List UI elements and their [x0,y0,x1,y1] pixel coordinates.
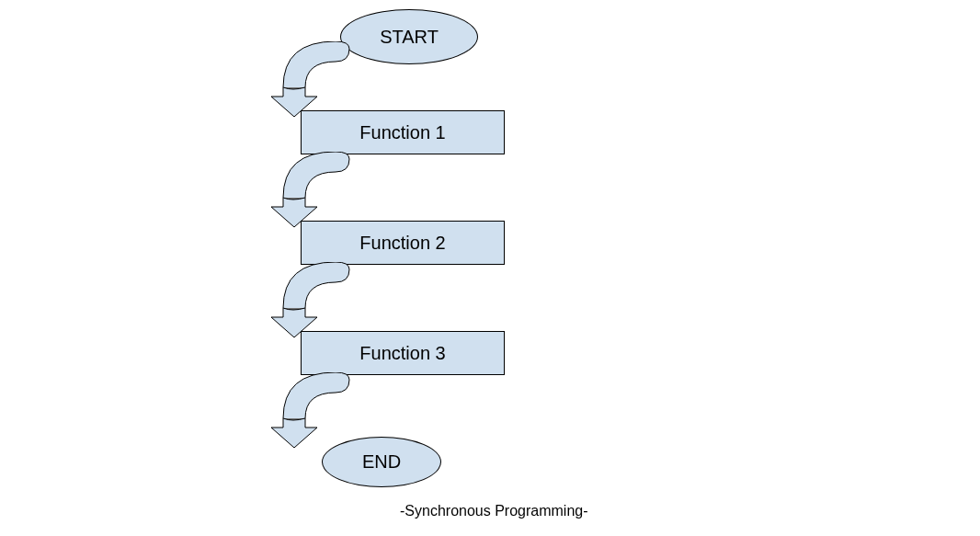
flowchart-diagram: START Function 1 Function 2 Function 3 E… [0,0,980,536]
function-3-node: Function 3 [301,331,505,375]
function-2-node: Function 2 [301,221,505,265]
function-2-label: Function 2 [359,233,445,254]
end-node: END [322,437,441,487]
start-label: START [380,27,439,48]
start-node: START [340,9,478,64]
function-1-label: Function 1 [359,122,445,143]
end-label: END [362,451,401,473]
function-1-node: Function 1 [301,110,505,154]
function-3-label: Function 3 [359,343,445,364]
diagram-caption: -Synchronous Programming- [400,503,588,519]
